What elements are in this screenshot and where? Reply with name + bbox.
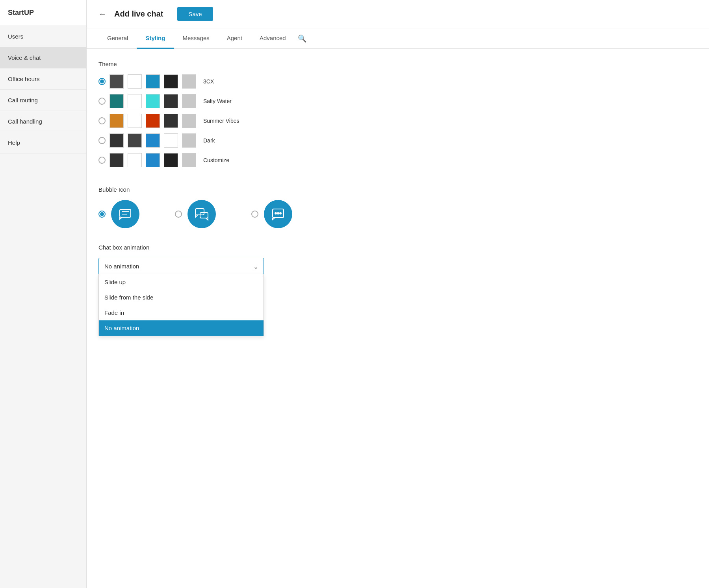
chat-lines-icon [118, 207, 132, 221]
animation-option-slide-up-item[interactable]: Slide up [99, 274, 264, 290]
theme-color-1-dark[interactable] [110, 133, 124, 148]
theme-radio-customize[interactable] [98, 157, 106, 164]
sidebar-logo: StartUP [0, 0, 86, 26]
theme-color-2-3cx[interactable] [128, 74, 142, 89]
tab-messages[interactable]: Messages [174, 28, 218, 49]
animation-option-no-animation-item[interactable]: No animation [99, 320, 264, 336]
animation-select[interactable]: Slide up Slide from the side Fade in No … [98, 258, 264, 275]
sidebar-item-help[interactable]: Help [0, 132, 86, 153]
sidebar: StartUP Users Voice & chat Office hours … [0, 0, 87, 588]
sidebar-item-call-handling[interactable]: Call handling [0, 111, 86, 132]
theme-color-4-custom[interactable] [164, 153, 178, 167]
sidebar-item-office-hours[interactable]: Office hours [0, 68, 86, 90]
save-button[interactable]: Save [177, 7, 213, 21]
theme-color-5-3cx[interactable] [182, 74, 196, 89]
theme-color-3-custom[interactable] [146, 153, 160, 167]
theme-color-2-custom[interactable] [128, 153, 142, 167]
theme-color-4-salty[interactable] [164, 94, 178, 108]
theme-color-4-dark[interactable] [164, 133, 178, 148]
theme-color-5-summer[interactable] [182, 114, 196, 128]
theme-color-3-3cx[interactable] [146, 74, 160, 89]
theme-color-1-summer[interactable] [110, 114, 124, 128]
theme-color-1-custom[interactable] [110, 153, 124, 167]
theme-name-3cx: 3CX [203, 78, 214, 85]
theme-row-3cx[interactable]: 3CX [98, 74, 697, 89]
animation-option-fade-in-item[interactable]: Fade in [99, 305, 264, 320]
svg-point-6 [275, 213, 277, 214]
theme-color-5-dark[interactable] [182, 133, 196, 148]
theme-color-2-summer[interactable] [128, 114, 142, 128]
bubble-btn-3[interactable] [264, 200, 292, 228]
bubble-radio-2[interactable] [175, 211, 182, 218]
theme-color-2-dark[interactable] [128, 133, 142, 148]
main-content: ← Add live chat Save General Styling Mes… [87, 0, 709, 588]
theme-section: Theme 3CX Salty Water [98, 61, 697, 167]
chat-bubbles-icon [195, 207, 209, 221]
tab-styling[interactable]: Styling [137, 28, 174, 49]
chat-single-icon [271, 207, 285, 221]
theme-row-salty-water[interactable]: Salty Water [98, 94, 697, 108]
theme-name-summer-vibes: Summer Vibes [203, 118, 239, 124]
bubble-option-2[interactable] [175, 200, 216, 228]
page-title: Add live chat [114, 9, 163, 18]
theme-color-5-custom[interactable] [182, 153, 196, 167]
theme-color-1-3cx[interactable] [110, 74, 124, 89]
bubble-radio-1[interactable] [98, 211, 106, 218]
theme-color-3-summer[interactable] [146, 114, 160, 128]
bubble-radio-3[interactable] [251, 211, 258, 218]
header: ← Add live chat Save [87, 0, 709, 28]
sidebar-item-call-routing[interactable]: Call routing [0, 90, 86, 111]
animation-section: Chat box animation Slide up Slide from t… [98, 244, 697, 275]
animation-dropdown-container: Slide up Slide from the side Fade in No … [98, 258, 264, 275]
theme-heading: Theme [98, 61, 697, 67]
bubble-option-3[interactable] [251, 200, 292, 228]
sidebar-item-users[interactable]: Users [0, 26, 86, 47]
theme-color-4-3cx[interactable] [164, 74, 178, 89]
theme-color-5-salty[interactable] [182, 94, 196, 108]
animation-heading: Chat box animation [98, 244, 697, 251]
bubble-icon-heading: Bubble Icon [98, 186, 697, 193]
sidebar-item-voice-chat[interactable]: Voice & chat [0, 47, 86, 68]
tab-general[interactable]: General [98, 28, 137, 49]
theme-radio-salty-water[interactable] [98, 98, 106, 105]
theme-name-dark: Dark [203, 137, 215, 144]
theme-color-1-salty[interactable] [110, 94, 124, 108]
theme-row-summer-vibes[interactable]: Summer Vibes [98, 114, 697, 128]
theme-color-3-dark[interactable] [146, 133, 160, 148]
bubble-icon-row [98, 200, 697, 228]
theme-radio-3cx[interactable] [98, 78, 106, 85]
theme-name-customize: Customize [203, 157, 229, 163]
bubble-icon-section: Bubble Icon [98, 186, 697, 228]
theme-radio-dark[interactable] [98, 137, 106, 144]
theme-row-dark[interactable]: Dark [98, 133, 697, 148]
animation-dropdown-options: Slide up Slide from the side Fade in No … [98, 274, 264, 336]
bubble-btn-2[interactable] [187, 200, 216, 228]
theme-row-customize[interactable]: Customize [98, 153, 697, 167]
content-area: Theme 3CX Salty Water [87, 49, 709, 588]
theme-name-salty-water: Salty Water [203, 98, 232, 104]
svg-point-7 [277, 213, 279, 214]
svg-point-8 [280, 213, 281, 214]
tab-advanced[interactable]: Advanced [251, 28, 295, 49]
theme-color-2-salty[interactable] [128, 94, 142, 108]
animation-option-slide-side-item[interactable]: Slide from the side [99, 290, 264, 305]
theme-color-4-summer[interactable] [164, 114, 178, 128]
back-button[interactable]: ← [98, 9, 106, 18]
zoom-icon: 🔍 [298, 34, 306, 43]
tabs-bar: General Styling Messages Agent Advanced … [87, 28, 709, 49]
theme-radio-summer-vibes[interactable] [98, 117, 106, 124]
bubble-btn-1[interactable] [111, 200, 139, 228]
svg-rect-0 [120, 209, 131, 217]
tab-agent[interactable]: Agent [218, 28, 251, 49]
theme-color-3-salty[interactable] [146, 94, 160, 108]
bubble-option-1[interactable] [98, 200, 139, 228]
